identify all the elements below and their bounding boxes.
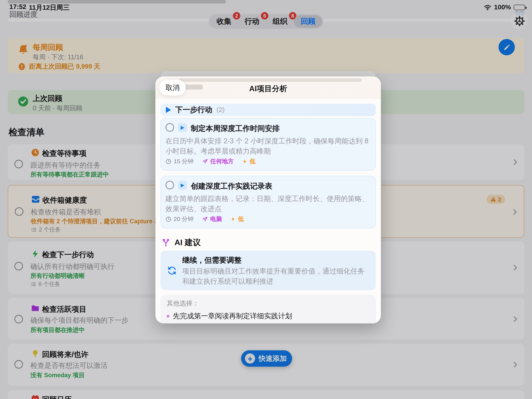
duration-clock-icon	[165, 216, 171, 222]
checkbox[interactable]	[165, 181, 174, 189]
ai-suggestion-card[interactable]: 继续，但需要调整 项目目标明确且对工作效率提升有重要价值，通过细化任务和建立执行…	[160, 251, 376, 290]
task-energy: 低	[238, 215, 244, 223]
energy-bolt-icon	[242, 159, 247, 164]
task-context: 任何地方	[210, 158, 234, 165]
action-type-chip	[178, 181, 187, 190]
next-actions-header[interactable]: 下一步行动 (2)	[160, 104, 376, 116]
branch-icon	[161, 237, 171, 247]
play-icon	[181, 126, 184, 129]
task-duration: 15 分钟	[174, 158, 194, 165]
refresh-icon	[167, 265, 177, 277]
suggested-task-card[interactable]: 制定本周深度工作时间安排 在日历中具体安排 2-3 个 2 小时深度工作时段，确…	[160, 118, 376, 171]
action-type-chip	[178, 123, 187, 132]
task-title: 创建深度工作实践记录表	[191, 181, 272, 191]
next-actions-count: (2)	[216, 106, 225, 114]
next-actions-title: 下一步行动	[175, 105, 212, 115]
task-title: 制定本周深度工作时间安排	[191, 123, 280, 134]
play-icon	[181, 183, 184, 187]
task-duration: 20 分钟	[174, 215, 194, 223]
alternative-text: 先完成第一章阅读再制定详细实践计划	[173, 311, 292, 321]
duration-clock-icon	[165, 159, 171, 164]
alternatives-label: 其他选择：	[167, 299, 370, 308]
alternatives-card: 其他选择： 先完成第一章阅读再制定详细实践计划 从书中选择 1-2 个最易实施的…	[160, 295, 376, 323]
context-paperplane-icon	[202, 216, 208, 222]
bleedthrough-text	[179, 78, 362, 82]
suggested-task-card[interactable]: 创建深度工作实践记录表 建立简单的跟踪表格，记录：日期、深度工作时长、使用的策略…	[160, 176, 376, 228]
checkbox[interactable]	[165, 123, 174, 132]
task-energy: 低	[250, 158, 255, 165]
sheet-title: AI项目分析	[155, 83, 381, 94]
context-paperplane-icon	[202, 159, 208, 164]
play-icon	[166, 107, 171, 113]
energy-bolt-icon	[231, 217, 236, 222]
alternative-option[interactable]: 先完成第一章阅读再制定详细实践计划	[167, 311, 370, 321]
task-desc: 在日历中具体安排 2-3 个 2 小时深度工作时段，确保每周能达到 8 小时目标…	[165, 136, 371, 156]
suggestion-desc: 项目目标明确且对工作效率提升有重要价值，通过细化任务和建立执行系统可以顺利推进	[182, 266, 370, 286]
ai-section-title: AI 建议	[174, 237, 201, 248]
ai-analysis-sheet: 取消 AI项目分析 下一步行动 (2) 制定本周深度工作时间安排 在日历中具体安…	[155, 76, 381, 323]
task-desc: 建立简单的跟踪表格，记录：日期、深度工作时长、使用的策略、效果评估、改进点	[165, 194, 371, 214]
task-context: 电脑	[210, 215, 222, 223]
bullet-dot	[167, 315, 169, 317]
ai-suggestion-header: AI 建议	[161, 237, 201, 248]
suggestion-title: 继续，但需要调整	[182, 255, 241, 265]
ipad-screen: 17:52 11月12日周三 100% 回顾进度 0/6 收集 2 行动 6 组…	[0, 0, 532, 399]
